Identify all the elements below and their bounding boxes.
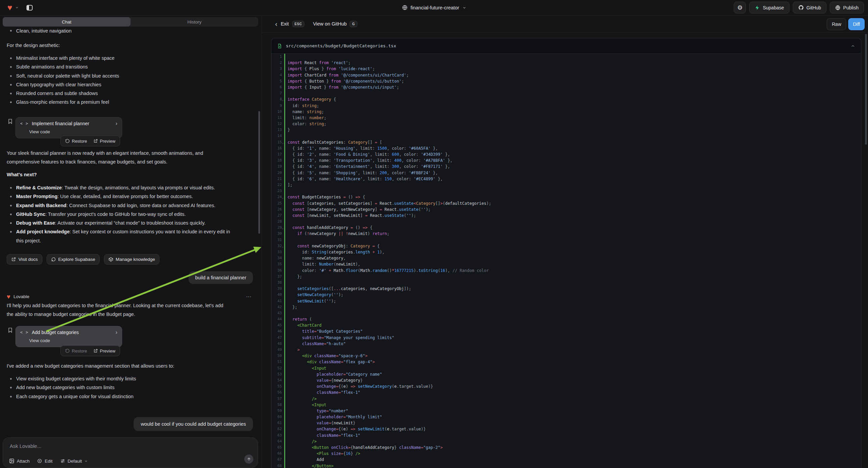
fold-chevron-icon[interactable]: ⌄ xyxy=(282,140,283,146)
line-number[interactable]: 58 xyxy=(272,402,282,408)
line-number[interactable]: 7 xyxy=(272,90,282,96)
line-number[interactable]: 45 xyxy=(272,322,282,328)
line-number[interactable]: 15⌄ xyxy=(272,139,282,145)
line-number[interactable]: 23 xyxy=(272,188,282,194)
line-number[interactable]: 52 xyxy=(272,365,282,371)
line-number[interactable]: 8⌄ xyxy=(272,96,282,103)
line-number[interactable]: 63 xyxy=(272,432,282,438)
lovable-logo-icon[interactable]: ♥ xyxy=(7,3,12,12)
line-number[interactable]: 59 xyxy=(272,408,282,414)
line-number[interactable]: 19 xyxy=(272,164,282,170)
line-number[interactable]: 32⌄ xyxy=(272,243,282,249)
line-number[interactable]: 36 xyxy=(272,268,282,273)
line-number[interactable]: 34 xyxy=(272,255,282,261)
line-number[interactable]: 50 xyxy=(272,353,282,359)
tab-chat[interactable]: Chat xyxy=(3,17,130,27)
line-number[interactable]: 33 xyxy=(272,249,282,255)
line-number[interactable]: 42 xyxy=(272,304,282,310)
tab-history[interactable]: History xyxy=(130,17,258,27)
line-number[interactable]: 31 xyxy=(272,237,282,243)
line-number[interactable]: 11 xyxy=(272,115,282,121)
line-number[interactable]: 3 xyxy=(272,66,282,72)
line-number[interactable]: 56 xyxy=(272,389,282,396)
mode-select[interactable]: Default xyxy=(60,458,88,464)
line-number[interactable]: 6 xyxy=(272,84,282,90)
line-number[interactable]: 10 xyxy=(272,109,282,115)
line-number[interactable]: 39 xyxy=(272,286,282,292)
line-number[interactable]: 48 xyxy=(272,341,282,347)
line-number[interactable]: 30 xyxy=(272,231,282,237)
fold-chevron-icon[interactable]: ⌄ xyxy=(282,97,283,103)
restore-button[interactable]: Restore xyxy=(65,139,87,144)
line-number[interactable]: 25 xyxy=(272,200,282,206)
manage-knowledge-button[interactable]: Manage knowledge xyxy=(104,254,159,265)
chat-scrollbar[interactable] xyxy=(258,111,260,234)
line-number[interactable]: 53 xyxy=(272,371,282,377)
exit-button[interactable]: ‹ Exit ESC xyxy=(275,21,304,27)
brand-menu-chevron-icon[interactable] xyxy=(15,6,19,9)
fold-chevron-icon[interactable]: ⌄ xyxy=(282,195,283,200)
line-number[interactable]: 14 xyxy=(272,133,282,139)
line-number[interactable]: 24⌄ xyxy=(272,194,282,200)
code-area[interactable]: 12import React from 'react';3import { Pl… xyxy=(272,54,861,468)
line-number[interactable]: 22 xyxy=(272,182,282,188)
line-number[interactable]: 67 xyxy=(272,457,282,463)
line-number[interactable]: 26 xyxy=(272,206,282,212)
line-number[interactable]: 29⌄ xyxy=(272,225,282,231)
file-header[interactable]: src/components/budget/BudgetCategories.t… xyxy=(272,38,861,54)
preview-button[interactable]: Preview xyxy=(93,139,116,144)
line-number[interactable]: 17 xyxy=(272,151,282,157)
line-number[interactable]: 47 xyxy=(272,335,282,341)
view-code-link[interactable]: View code xyxy=(29,129,118,134)
line-number[interactable]: 16 xyxy=(272,145,282,151)
bookmark-icon[interactable] xyxy=(7,327,13,333)
attach-button[interactable]: Attach xyxy=(9,458,30,464)
line-number[interactable]: 54 xyxy=(272,377,282,383)
line-number[interactable]: 2 xyxy=(272,60,282,66)
line-number[interactable]: 61 xyxy=(272,420,282,426)
version-card-implement-financial-planner[interactable]: < > Implement financial planner › View c… xyxy=(16,117,122,138)
line-number[interactable]: 9 xyxy=(272,103,282,109)
chat-composer[interactable]: Ask Lovable... Attach Edit Default xyxy=(3,437,258,468)
supabase-button[interactable]: Supabase xyxy=(749,2,789,13)
collapse-chevron-up-icon[interactable] xyxy=(850,43,855,48)
fold-chevron-icon[interactable]: ⌄ xyxy=(282,225,283,231)
line-number[interactable]: 1 xyxy=(272,54,282,60)
line-number[interactable]: 60 xyxy=(272,414,282,420)
line-number[interactable]: 55 xyxy=(272,383,282,389)
settings-button[interactable]: ⚙ xyxy=(734,2,746,13)
send-button[interactable] xyxy=(244,455,253,464)
line-number[interactable]: 49 xyxy=(272,347,282,353)
line-number[interactable]: 5 xyxy=(272,78,282,84)
github-button[interactable]: GitHub xyxy=(793,2,827,13)
line-number[interactable]: 65 xyxy=(272,444,282,450)
line-number[interactable]: 4 xyxy=(272,72,282,78)
line-number[interactable]: 43 xyxy=(272,310,282,316)
publish-button[interactable]: Publish xyxy=(830,2,864,13)
code-scrollbar[interactable] xyxy=(865,34,867,145)
diff-toggle-button[interactable]: Diff xyxy=(848,18,865,30)
line-number[interactable]: 40 xyxy=(272,292,282,298)
line-number[interactable]: 68 xyxy=(272,463,282,468)
toggle-sidebar-button[interactable] xyxy=(24,2,35,13)
line-number[interactable]: 51 xyxy=(272,359,282,365)
line-number[interactable]: 21 xyxy=(272,176,282,182)
raw-toggle-button[interactable]: Raw xyxy=(827,18,846,30)
line-number[interactable]: 41 xyxy=(272,298,282,304)
line-number[interactable]: 35 xyxy=(272,261,282,267)
composer-input[interactable]: Ask Lovable... xyxy=(10,443,41,449)
line-number[interactable]: 13 xyxy=(272,127,282,133)
view-code-link[interactable]: View code xyxy=(29,338,118,343)
project-switcher[interactable]: financial-future-creator xyxy=(402,0,466,15)
view-on-github-button[interactable]: View on GitHub G xyxy=(313,21,357,27)
line-number[interactable]: 64 xyxy=(272,438,282,444)
message-more-icon[interactable]: ⋯ xyxy=(246,293,252,300)
restore-button[interactable]: Restore xyxy=(65,349,87,353)
line-number[interactable]: 38 xyxy=(272,280,282,286)
line-number[interactable]: 12 xyxy=(272,121,282,127)
line-number[interactable]: 44 xyxy=(272,316,282,322)
visit-docs-button[interactable]: Visit docs xyxy=(7,254,42,265)
preview-button[interactable]: Preview xyxy=(93,349,116,353)
edit-button[interactable]: Edit xyxy=(37,458,52,464)
line-number[interactable]: 28 xyxy=(272,218,282,225)
